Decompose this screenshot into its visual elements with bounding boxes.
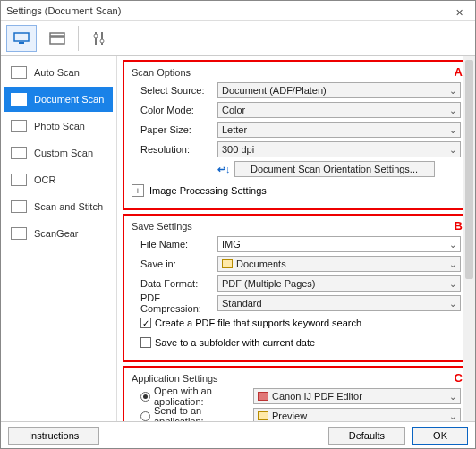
color-mode-label: Color Mode: (132, 105, 217, 115)
tab-scan-from-computer[interactable] (6, 25, 37, 52)
checkbox-keyword-pdf[interactable]: ✓ (140, 318, 151, 328)
folder-icon (258, 411, 268, 420)
paper-size-label: Paper Size: (132, 124, 217, 135)
device-icon (48, 31, 66, 46)
send-app-value: Preview (272, 411, 307, 421)
body: Auto Scan Document Scan Photo Scan Custo… (1, 56, 475, 421)
sidebar-item-label: Auto Scan (34, 67, 80, 78)
radio-open-with-app[interactable] (140, 392, 150, 402)
panel-application-settings: C Application Settings Open with an appl… (123, 366, 470, 421)
instructions-button[interactable]: Instructions (8, 427, 99, 445)
pdf-compression-combo[interactable]: Standard⌄ (217, 295, 461, 311)
sidebar-item-ocr[interactable]: OCR (4, 167, 113, 192)
app-icon (258, 392, 268, 401)
checkbox-keyword-label: Create a PDF file that supports keyword … (155, 318, 361, 328)
sidebar-item-scan-and-stitch[interactable]: Scan and Stitch (4, 194, 113, 219)
scanner-icon (11, 147, 27, 159)
color-mode-combo[interactable]: Color⌄ (217, 102, 461, 118)
feed-direction-icon[interactable]: ↩↓ (217, 164, 231, 175)
sidebar-item-auto-scan[interactable]: Auto Scan (4, 60, 113, 85)
save-in-combo[interactable]: Documents⌄ (217, 256, 461, 272)
scrollbar[interactable] (463, 56, 475, 421)
radio-send-to-app[interactable] (140, 411, 150, 421)
send-app-combo[interactable]: Preview⌄ (253, 408, 461, 421)
panel-save-settings: B Save Settings File Name: IMG⌄ Save in:… (123, 214, 470, 362)
select-source-combo[interactable]: Document (ADF/Platen)⌄ (217, 82, 461, 98)
orientation-settings-button[interactable]: Document Scan Orientation Settings... (234, 161, 435, 177)
scanner-icon (11, 120, 27, 132)
pdf-compression-label: PDF Compression: (132, 292, 217, 314)
file-name-value: IMG (222, 239, 241, 250)
open-with-value: Canon IJ PDF Editor (272, 391, 362, 402)
scanner-icon (11, 227, 27, 240)
open-with-combo[interactable]: Canon IJ PDF Editor⌄ (253, 388, 461, 404)
svg-rect-3 (50, 33, 64, 36)
chevron-down-icon: ⌄ (449, 392, 456, 402)
sidebar-item-label: Document Scan (34, 94, 104, 105)
data-format-combo[interactable]: PDF (Multiple Pages)⌄ (217, 275, 461, 292)
sidebar-item-label: Scan and Stitch (34, 201, 103, 212)
scanner-icon (11, 66, 27, 79)
tab-general-settings[interactable] (84, 25, 115, 52)
chevron-down-icon: ⌄ (449, 86, 456, 96)
panel-title: Scan Options (132, 67, 461, 78)
checkbox-subfolder-date[interactable] (140, 337, 151, 348)
sidebar-item-photo-scan[interactable]: Photo Scan (4, 114, 113, 139)
defaults-button[interactable]: Defaults (328, 427, 405, 445)
sidebar: Auto Scan Document Scan Photo Scan Custo… (1, 56, 117, 421)
sidebar-item-scangear[interactable]: ScanGear (4, 221, 113, 246)
checkbox-subfolder-label: Save to a subfolder with current date (155, 337, 315, 348)
sidebar-item-label: Photo Scan (34, 121, 85, 131)
panel-letter-a: A (455, 65, 463, 79)
chevron-down-icon: ⌄ (449, 240, 456, 250)
chevron-down-icon: ⌄ (449, 411, 456, 421)
chevron-down-icon: ⌄ (449, 125, 456, 135)
select-source-value: Document (ADF/Platen) (222, 85, 327, 96)
scrollbar-thumb[interactable] (465, 60, 473, 279)
resolution-label: Resolution: (132, 144, 217, 155)
expand-image-processing[interactable]: + (132, 184, 144, 197)
window-title: Settings (Document Scan) (6, 5, 121, 16)
sidebar-item-document-scan[interactable]: Document Scan (4, 87, 113, 112)
save-in-label: Save in: (132, 258, 217, 269)
pdf-compression-value: Standard (222, 298, 262, 309)
resolution-value: 300 dpi (222, 144, 254, 155)
data-format-label: Data Format: (132, 278, 217, 289)
send-app-label: Send to an application: (154, 405, 253, 421)
sidebar-item-label: ScanGear (34, 228, 79, 239)
scanner-icon (11, 93, 27, 106)
paper-size-combo[interactable]: Letter⌄ (217, 122, 461, 138)
save-in-value: Documents (236, 258, 286, 269)
tab-scan-from-operation-panel[interactable] (42, 25, 72, 52)
titlebar: Settings (Document Scan) ✕ (1, 1, 475, 21)
panel-title: Save Settings (132, 221, 461, 232)
folder-icon (222, 259, 233, 268)
content: A Scan Options Select Source: Document (… (117, 56, 475, 421)
sidebar-item-custom-scan[interactable]: Custom Scan (4, 140, 113, 165)
chevron-down-icon: ⌄ (449, 259, 456, 269)
settings-window: Settings (Document Scan) ✕ Auto Scan Doc… (0, 0, 476, 449)
resolution-combo[interactable]: 300 dpi⌄ (217, 141, 461, 157)
monitor-icon (13, 31, 30, 46)
chevron-down-icon: ⌄ (449, 145, 456, 155)
file-name-input[interactable]: IMG⌄ (217, 236, 461, 252)
svg-point-7 (100, 39, 104, 43)
sidebar-item-label: Custom Scan (34, 148, 93, 158)
select-source-label: Select Source: (132, 85, 217, 96)
tools-icon (91, 30, 107, 47)
chevron-down-icon: ⌄ (449, 279, 456, 289)
sidebar-item-label: OCR (34, 174, 55, 185)
image-processing-label: Image Processing Settings (149, 185, 267, 196)
panel-scan-options: A Scan Options Select Source: Document (… (123, 60, 470, 210)
svg-rect-0 (14, 33, 29, 41)
color-mode-value: Color (222, 105, 245, 115)
toolbar-separator (78, 26, 79, 51)
panel-letter-b: B (455, 219, 463, 233)
chevron-down-icon: ⌄ (449, 299, 456, 309)
svg-point-6 (94, 34, 98, 38)
panel-title: Application Settings (132, 373, 461, 384)
close-button[interactable]: ✕ (446, 3, 472, 19)
panel-letter-c: C (455, 371, 463, 385)
file-name-label: File Name: (132, 239, 217, 250)
ok-button[interactable]: OK (412, 427, 468, 445)
